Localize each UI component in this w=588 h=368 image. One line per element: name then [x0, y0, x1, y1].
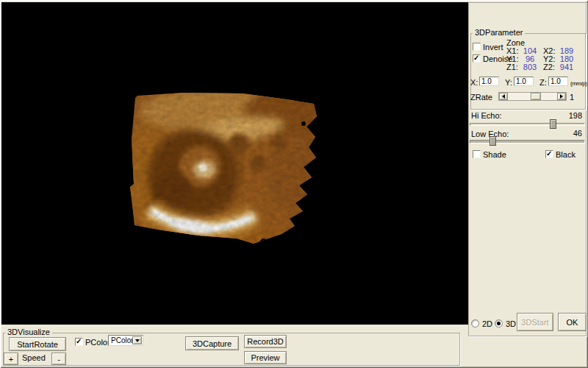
pcolor-label: PColor: [85, 339, 110, 347]
speed-minus-button[interactable]: -: [51, 353, 66, 365]
mode-3d-label: 3D: [506, 320, 516, 328]
pcolor-combo-value: PColor: [111, 336, 134, 344]
start-3d-button[interactable]: 3DStart: [517, 313, 553, 331]
hi-echo-value: 198: [559, 112, 582, 120]
mode-2d-radio[interactable]: [471, 319, 479, 328]
pcolor-combobox[interactable]: PColor: [108, 335, 143, 346]
hi-echo-label: Hi Echo:: [471, 112, 502, 120]
zrate-label: ZRate: [470, 93, 492, 102]
scale-x-input[interactable]: [479, 77, 499, 86]
zrate-right-arrow-button[interactable]: [557, 93, 566, 100]
mode-3d-radio[interactable]: [495, 319, 503, 328]
parameter-group-title: 3DParameter: [473, 29, 525, 37]
ok-button[interactable]: OK: [558, 313, 587, 331]
zrate-scrollbar[interactable]: [498, 92, 567, 101]
ultrasound-render: [129, 74, 321, 254]
app-window: 3DParameter Invert Denoise Zone X1: 104 …: [0, 0, 588, 368]
mode-2d-label: 2D: [482, 320, 492, 328]
preview-button[interactable]: Preview: [244, 351, 287, 364]
render-viewport[interactable]: [1, 2, 468, 325]
denoise-checkbox[interactable]: [473, 54, 481, 63]
speed-plus-button[interactable]: +: [4, 353, 18, 365]
visualize-group-title: 3DVisualize: [5, 328, 52, 336]
invert-label: Invert: [483, 43, 503, 52]
zone-z2-label: Z2:: [543, 63, 555, 71]
scale-y-label: Y:: [505, 79, 512, 87]
hi-echo-slider-thumb[interactable]: [550, 119, 556, 129]
record-3d-button[interactable]: Record3D: [244, 335, 287, 348]
scale-z-label: Z:: [539, 79, 547, 87]
low-echo-slider-thumb[interactable]: [490, 136, 496, 146]
start-rotate-button[interactable]: StartRotate: [9, 337, 66, 351]
speed-label: Speed: [22, 354, 46, 362]
zone-z1-label: Z1:: [506, 63, 518, 71]
hi-echo-slider-track[interactable]: [470, 123, 585, 126]
scale-unit-label: (mm/p): [570, 79, 587, 88]
zrate-thumb[interactable]: [531, 93, 541, 100]
low-echo-slider-track[interactable]: [470, 140, 585, 144]
capture-3d-button[interactable]: 3DCapture: [185, 336, 239, 350]
left-arrow-icon: [502, 94, 505, 99]
chevron-down-icon: [135, 339, 140, 342]
zone-z2-value: 941: [557, 63, 576, 71]
scale-z-input[interactable]: [548, 77, 568, 86]
black-checkbox[interactable]: [545, 150, 553, 158]
shade-checkbox[interactable]: [473, 150, 481, 158]
scale-y-input[interactable]: [514, 77, 534, 86]
invert-checkbox[interactable]: [473, 43, 481, 51]
pcolor-combo-dropdown-button[interactable]: [132, 336, 142, 344]
zone-z1-value: 803: [520, 63, 539, 71]
zrate-value: 1: [568, 93, 576, 102]
shade-label: Shade: [483, 151, 506, 159]
scale-x-label: X:: [470, 79, 478, 87]
zrate-left-arrow-button[interactable]: [499, 93, 508, 100]
black-label: Black: [556, 151, 576, 159]
pcolor-checkbox[interactable]: [75, 338, 83, 346]
low-echo-value: 46: [559, 130, 582, 138]
right-arrow-icon: [560, 94, 563, 99]
